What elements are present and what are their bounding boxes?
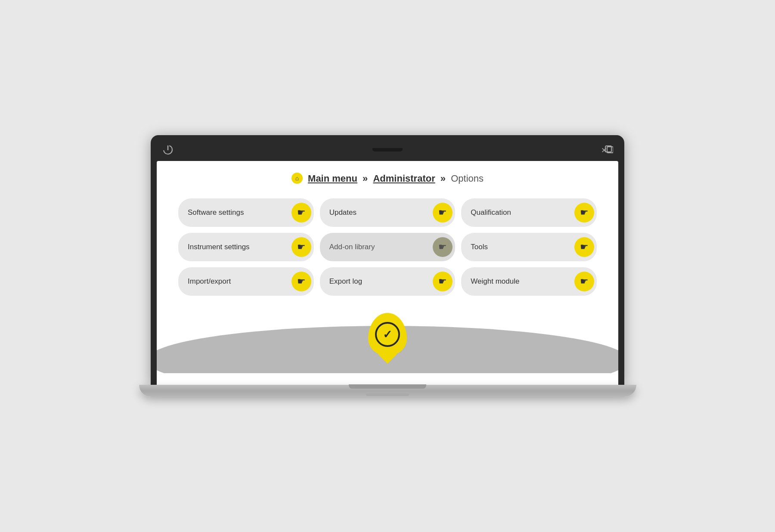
menu-btn-tools[interactable]: Tools ☛ xyxy=(461,233,597,261)
svg-text:✕: ✕ xyxy=(601,146,607,155)
menu-btn-instrument-settings[interactable]: Instrument settings ☛ xyxy=(178,233,314,261)
hand-pointer-icon: ☛ xyxy=(297,241,306,253)
administrator-link[interactable]: Administrator xyxy=(373,173,435,184)
weight-module-label: Weight module xyxy=(471,277,519,286)
menu-btn-updates[interactable]: Updates ☛ xyxy=(320,198,456,227)
bubble-notch xyxy=(378,354,397,364)
laptop-base xyxy=(139,385,636,397)
power-icon[interactable] xyxy=(162,144,174,158)
laptop-container: ✕ Main menu » Administrator » Options xyxy=(151,135,624,397)
hand-pointer-icon: ☛ xyxy=(580,241,589,253)
hand-pointer-icon: ☛ xyxy=(438,241,447,253)
chevron-2: » xyxy=(440,173,446,184)
export-log-label: Export log xyxy=(329,277,363,286)
hand-pointer-icon: ☛ xyxy=(438,207,447,218)
tools-label: Tools xyxy=(471,243,488,251)
menu-btn-export-log[interactable]: Export log ☛ xyxy=(320,267,456,296)
camera-notch xyxy=(372,148,403,152)
breadcrumb: Main menu » Administrator » Options xyxy=(157,161,618,194)
software-settings-icon: ☛ xyxy=(291,203,311,223)
addon-library-icon: ☛ xyxy=(433,237,453,257)
menu-btn-qualification[interactable]: Qualification ☛ xyxy=(461,198,597,227)
screen-bezel: ✕ Main menu » Administrator » Options xyxy=(151,135,624,385)
instrument-settings-label: Instrument settings xyxy=(188,243,250,251)
home-icon[interactable] xyxy=(291,173,303,184)
main-menu-link[interactable]: Main menu xyxy=(308,173,357,184)
hand-pointer-icon: ☛ xyxy=(438,276,447,287)
hand-pointer-icon: ☛ xyxy=(580,276,589,287)
export-log-icon: ☛ xyxy=(433,272,453,291)
qualification-label: Qualification xyxy=(471,208,511,217)
menu-btn-weight-module[interactable]: Weight module ☛ xyxy=(461,267,597,296)
menu-btn-import-export[interactable]: Import/export ☛ xyxy=(178,267,314,296)
menu-btn-addon-library[interactable]: Add-on library ☛ xyxy=(320,233,456,261)
screen-content: Main menu » Administrator » Options Soft… xyxy=(157,161,618,385)
bubble-head xyxy=(368,313,407,356)
trackpad-notch xyxy=(366,393,409,396)
laptop-hinge xyxy=(349,384,426,389)
tools-icon: ☛ xyxy=(574,237,594,257)
menu-btn-software-settings[interactable]: Software settings ☛ xyxy=(178,198,314,227)
updates-icon: ☛ xyxy=(433,203,453,223)
check-circle xyxy=(375,322,400,347)
checkmark-bubble xyxy=(368,313,407,356)
import-export-label: Import/export xyxy=(188,277,231,286)
close-window-icon[interactable]: ✕ xyxy=(601,145,613,157)
software-settings-label: Software settings xyxy=(188,208,244,217)
addon-library-label: Add-on library xyxy=(329,243,375,251)
hand-pointer-icon: ☛ xyxy=(580,207,589,218)
weight-module-icon: ☛ xyxy=(574,272,594,291)
import-export-icon: ☛ xyxy=(291,272,311,291)
top-bar: ✕ xyxy=(157,141,618,161)
instrument-settings-icon: ☛ xyxy=(291,237,311,257)
menu-grid: Software settings ☛ Updates ☛ Qualificat… xyxy=(157,194,618,304)
qualification-icon: ☛ xyxy=(574,203,594,223)
options-label: Options xyxy=(451,173,484,184)
updates-label: Updates xyxy=(329,208,356,217)
hand-pointer-icon: ☛ xyxy=(297,276,306,287)
chevron-1: » xyxy=(363,173,368,184)
hand-pointer-icon: ☛ xyxy=(297,207,306,218)
screen-bottom xyxy=(157,304,618,373)
